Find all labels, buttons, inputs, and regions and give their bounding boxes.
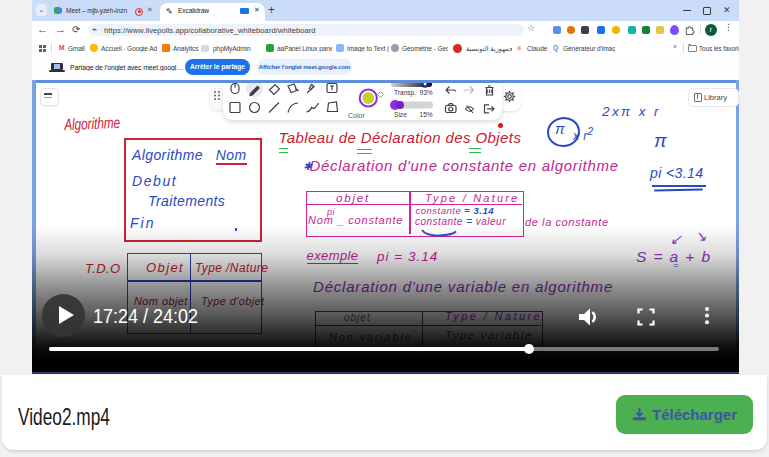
svg-text:Transp.: Transp.	[394, 89, 416, 97]
svg-text:Color: Color	[348, 111, 365, 118]
svg-text:93%: 93%	[420, 89, 433, 96]
svg-text:Size: Size	[394, 110, 407, 117]
svg-text:15%: 15%	[420, 110, 433, 117]
